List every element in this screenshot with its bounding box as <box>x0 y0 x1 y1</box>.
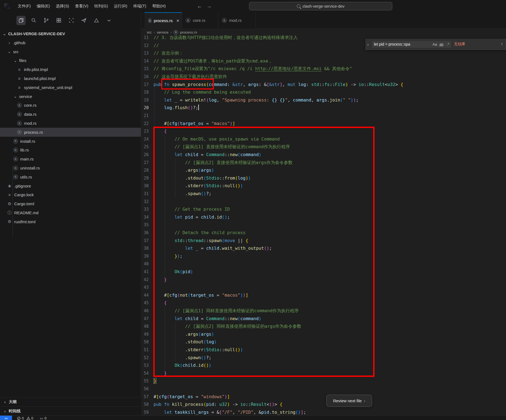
tree-item-uninstall-rs[interactable]: Runinstall.rs <box>0 163 141 172</box>
match-case-toggle[interactable]: Aa <box>432 41 438 47</box>
code-token: [ <box>267 82 269 87</box>
line-number: 32 <box>141 198 149 206</box>
code-token: ] <box>232 121 235 126</box>
tree-item-main-rs[interactable]: Rmain.rs <box>0 154 141 163</box>
regex-toggle[interactable]: .* <box>445 41 451 47</box>
code-line-content: // <box>154 42 159 50</box>
source-control-icon[interactable] <box>41 16 51 25</box>
line-number: 29 <box>141 174 149 182</box>
source-control-icon <box>43 17 49 23</box>
tree-item-cargo-lock[interactable]: ≡Cargo.lock <box>0 190 141 199</box>
code-token: ] <box>280 82 282 87</box>
explorer-root-row[interactable]: ⌄CLASH-VERGE-SERVICE-DEV <box>0 29 141 38</box>
tree-item--github[interactable]: ›.github <box>0 38 141 47</box>
timeline-label: 时间线 <box>9 409 21 414</box>
code-token: : <box>227 82 232 87</box>
code-line-content: // 攻击示例： <box>154 49 183 57</box>
code-token: &str <box>232 82 243 87</box>
code-token: // 3. 当该函数与HTTP接口结合使用时，攻击者可通过构造特殊请求注入 <box>154 35 298 40</box>
problems-status[interactable]: 0 0 0 <box>17 416 47 420</box>
menu-item-4[interactable]: 转到(G) <box>91 0 111 12</box>
tree-item-label: .gitignore <box>14 184 31 188</box>
more-views-icon[interactable] <box>104 16 113 25</box>
menu-item-3[interactable]: 查看(V) <box>72 0 91 12</box>
tree-item-rustfmt-toml[interactable]: ⚙rustfmt.toml <box>0 217 141 226</box>
gear-file-icon: ⚙ <box>7 201 12 206</box>
history-forward-button[interactable]: → <box>206 3 212 9</box>
code-token: target_os <box>180 121 203 126</box>
explorer-icon[interactable] <box>16 16 26 25</box>
tree-item-utils-rs[interactable]: Rutils.rs <box>0 172 141 181</box>
line-number: 16 <box>141 73 149 81</box>
broadcast-status[interactable]: 0 <box>40 416 47 420</box>
line-number: 12 <box>141 42 149 50</box>
tree-item-info-plist-tmpl[interactable]: ≡info.plist.tmpl <box>0 65 141 74</box>
rust-file-icon: R <box>17 112 22 117</box>
outline-label: 大纲 <box>9 399 17 404</box>
tree-item-src[interactable]: ⌄src <box>0 47 141 56</box>
code-token: ; <box>356 97 359 103</box>
menu-item-7[interactable]: 帮助(H) <box>149 0 169 12</box>
tree-item-launchd-plist-tmpl[interactable]: ≡launchd.plist.tmpl <box>0 74 141 83</box>
tree-item-service[interactable]: ⌄service <box>0 92 141 101</box>
outline-section-header[interactable]: › 大纲 <box>0 397 141 406</box>
history-back-button[interactable]: ← <box>197 3 202 9</box>
code-token: fn <box>164 402 169 407</box>
send-icon[interactable] <box>79 16 88 25</box>
tree-item-files[interactable]: ⌄files <box>0 56 141 65</box>
line-number: 50 <box>141 338 149 346</box>
menu-item-0[interactable]: 文件(F) <box>15 0 34 12</box>
code-line-content: log.flush()?; <box>154 104 199 112</box>
code-line-content: } <box>154 377 156 385</box>
tree-item-cargo-toml[interactable]: ⚙Cargo.toml <box>0 199 141 208</box>
errors-status[interactable]: 0 <box>17 416 24 420</box>
tree-item--gitignore[interactable]: ◈.gitignore <box>0 181 141 190</box>
tree-item-mod-rs[interactable]: Rmod.rs <box>0 119 141 128</box>
command-center-search[interactable]: clash-verge-service-dev <box>249 2 392 10</box>
find-input[interactable]: let pid = process::spa Aaab.* <box>372 41 451 48</box>
code-token: "Spawning process: <box>222 97 272 103</box>
tree-item-systemd-service-unit-tmpl[interactable]: ≡systemd_service_unit.tmpl <box>0 83 141 92</box>
code-token: _ <box>175 97 177 103</box>
code-token: && 其他命令" <box>322 66 352 71</box>
menu-item-6[interactable]: 终端(T) <box>130 0 149 12</box>
tree-item-readme-md[interactable]: ⓘREADME.md <box>0 208 141 217</box>
code-token: () <box>188 105 193 110</box>
whole-word-toggle[interactable]: ab <box>438 41 445 47</box>
line-number: 35 <box>141 221 149 229</box>
tree-item-install-rs[interactable]: Rinstall.rs <box>0 137 141 146</box>
remote-explorer-icon[interactable] <box>67 16 76 25</box>
code-line-14: 14// 攻击者可通过POST请求，将bin_path设置为cmd.exe， <box>141 57 506 65</box>
testing-icon[interactable] <box>92 16 101 25</box>
code-token <box>172 410 175 415</box>
find-collapse-chevron-icon[interactable]: › <box>366 42 370 47</box>
warnings-status[interactable]: 0 <box>26 416 34 420</box>
tree-item-lib-rs[interactable]: Rlib.rs <box>0 146 141 155</box>
testing-icon <box>94 17 99 23</box>
tree-item-process-rs[interactable]: Rprocess.rs <box>0 128 141 137</box>
code-line-22: 22 #[cfg(target_os = "macos")] <box>141 120 506 128</box>
find-previous-match-button[interactable]: ↑ <box>501 41 503 47</box>
extensions-icon[interactable] <box>54 16 63 25</box>
remote-indicator[interactable]: >< <box>0 416 12 420</box>
timeline-section-header[interactable]: › 时间线 <box>0 406 141 416</box>
code-token: > <box>274 402 280 407</box>
line-number: 44 <box>141 291 149 299</box>
search-icon[interactable] <box>29 16 38 25</box>
code-token: , <box>282 82 288 87</box>
menu-item-5[interactable]: 运行(R) <box>111 0 130 12</box>
line-number: 58 <box>141 401 149 409</box>
tree-item-label: core.rs <box>24 103 37 108</box>
git-file-icon: ◈ <box>7 183 12 188</box>
chevron-down-icon: ⌄ <box>2 31 7 36</box>
menu-item-2[interactable]: 选择(S) <box>53 0 72 12</box>
code-token <box>277 97 280 103</box>
menu-item-1[interactable]: 编辑(E) <box>34 0 53 12</box>
tree-item-data-rs[interactable]: Rdata.rs <box>0 110 141 119</box>
tree-item-core-rs[interactable]: Rcore.rs <box>0 101 141 110</box>
line-number: 57 <box>141 393 149 401</box>
review-next-file-button[interactable]: Review next file › <box>326 395 372 407</box>
line-number: 40 <box>141 260 149 268</box>
code-line-content: let _ = writeln!(log, "Spawning process:… <box>154 96 358 104</box>
error-count: 0 <box>22 416 24 420</box>
